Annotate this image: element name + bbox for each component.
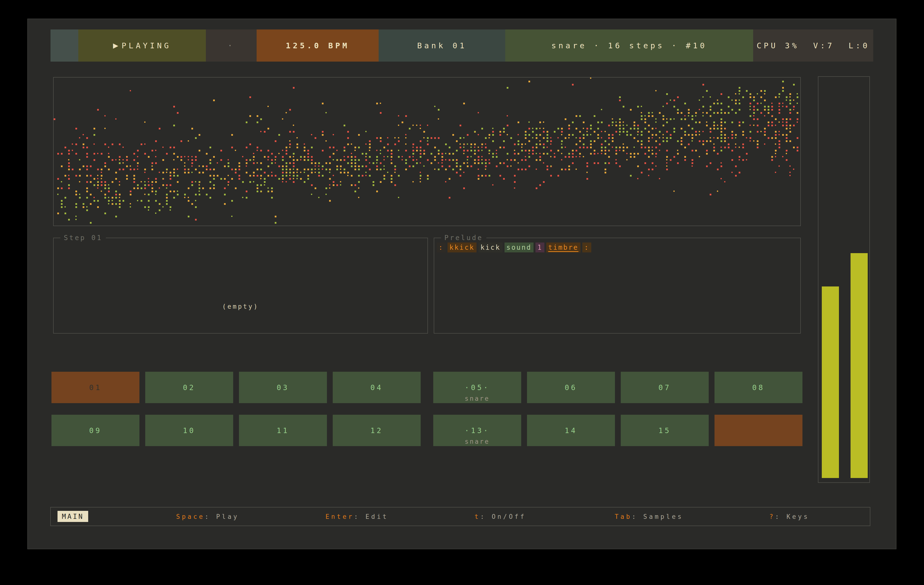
prelude-token[interactable]: : <box>582 242 591 252</box>
transport-led <box>51 30 78 62</box>
cpu-stats: CPU 3% V:7 L:0 <box>753 30 873 62</box>
step-cell-number: 01 <box>89 383 102 392</box>
step-cell-12[interactable]: 12 <box>333 415 421 446</box>
track-info: snare · 16 steps · #10 <box>505 30 753 62</box>
step-cell-10[interactable]: 10 <box>145 415 233 446</box>
key-hint-action: : Keys <box>775 513 810 520</box>
step-cell-number: 02 <box>183 383 195 392</box>
mode-badge: MAIN <box>58 511 88 522</box>
prelude-token[interactable]: sound <box>505 242 533 252</box>
prelude-token[interactable]: kkick <box>447 242 477 252</box>
key-hint-key: Tab <box>615 513 632 520</box>
step-cell-7[interactable]: 07 <box>621 372 709 403</box>
step-cell-1[interactable]: 01 <box>51 372 139 403</box>
step-cell-number: 08 <box>752 383 765 392</box>
step-cell-15[interactable]: 15 <box>621 415 709 446</box>
step-cell-number: 10 <box>183 426 195 435</box>
key-hint-key: t <box>475 513 480 520</box>
vu-bar-right <box>851 253 868 478</box>
step-cell-number: 06 <box>565 383 577 392</box>
step-cell-5[interactable]: ·05·snare <box>433 372 521 403</box>
step-cell-number: 04 <box>370 383 383 392</box>
step-cell-16[interactable] <box>714 415 802 446</box>
idle-indicator: · <box>206 30 257 62</box>
prelude-code-line: :kkickkicksound1timbre: <box>437 242 591 252</box>
step-cell-number: 11 <box>277 426 289 435</box>
bank-display[interactable]: Bank 01 <box>379 30 505 62</box>
prelude-token[interactable]: timbre <box>546 242 581 252</box>
key-hint-action: : Samples <box>632 513 683 520</box>
step-cell-8[interactable]: 08 <box>714 372 802 403</box>
key-hint-action: : On/Off <box>480 513 526 520</box>
transport-label: PLAYING <box>122 41 171 50</box>
prelude-panel-title: Prelude <box>441 234 487 242</box>
top-bar: ▶ PLAYING · 125.0 BPM Bank 01 snare · 16… <box>51 30 873 62</box>
key-hint-action: : Play <box>205 513 239 520</box>
prelude-token[interactable]: 1 <box>535 242 544 252</box>
step-cell-13[interactable]: ·13·snare <box>433 415 521 446</box>
key-hint-enter: Enter: Edit <box>325 508 388 526</box>
vu-bar-left <box>822 287 839 478</box>
step-cell-2[interactable]: 02 <box>145 372 233 403</box>
transport-status[interactable]: ▶ PLAYING <box>78 30 206 62</box>
step-cell-number: ·05· <box>465 383 490 392</box>
status-bar: MAIN Space: PlayEnter: Editt: On/OffTab:… <box>50 507 870 526</box>
step-cell-number: 07 <box>658 383 671 392</box>
step-cell-6[interactable]: 06 <box>527 372 615 403</box>
step-cell-number: 09 <box>89 426 102 435</box>
step-cell-number: 14 <box>565 426 577 435</box>
step-cell-number: ·13· <box>465 426 490 435</box>
key-hint-key: ? <box>769 513 775 520</box>
step-grid: 01020304·05·snare06070809101112·13·snare… <box>51 372 839 468</box>
play-icon: ▶ <box>113 41 119 49</box>
step-cell-number: 12 <box>370 426 383 435</box>
step-detail-panel: Step 01 (empty) <box>53 238 428 334</box>
pattern-visualizer <box>53 77 801 226</box>
vu-meter-panel <box>818 76 870 483</box>
bpm-display[interactable]: 125.0 BPM <box>257 30 379 62</box>
prelude-panel[interactable]: Prelude :kkickkicksound1timbre: <box>434 238 801 334</box>
step-empty-label: (empty) <box>54 303 427 310</box>
key-hint-space: Space: Play <box>176 508 239 526</box>
key-hint-key: Space <box>176 513 205 520</box>
step-cell-4[interactable]: 04 <box>333 372 421 403</box>
step-cell-14[interactable]: 14 <box>527 415 615 446</box>
step-cell-11[interactable]: 11 <box>239 415 327 446</box>
prelude-token[interactable]: : <box>437 242 446 252</box>
step-panel-title: Step 01 <box>60 234 106 242</box>
pattern-visualizer-canvas <box>54 77 800 226</box>
key-hint-help: ?: Keys <box>769 508 810 526</box>
step-cell-9[interactable]: 09 <box>51 415 139 446</box>
key-hint-tab: Tab: Samples <box>615 508 683 526</box>
prelude-token[interactable]: kick <box>478 242 502 252</box>
step-cell-sample-name: snare <box>433 395 521 402</box>
app-window: ▶ PLAYING · 125.0 BPM Bank 01 snare · 16… <box>27 18 896 549</box>
step-cell-sample-name: snare <box>433 438 521 445</box>
step-cell-number: 03 <box>277 383 289 392</box>
step-cell-3[interactable]: 03 <box>239 372 327 403</box>
step-cell-number: 15 <box>658 426 671 435</box>
key-hint-key: Enter <box>325 513 354 520</box>
key-hint-t: t: On/Off <box>475 508 526 526</box>
key-hint-action: : Edit <box>354 513 388 520</box>
